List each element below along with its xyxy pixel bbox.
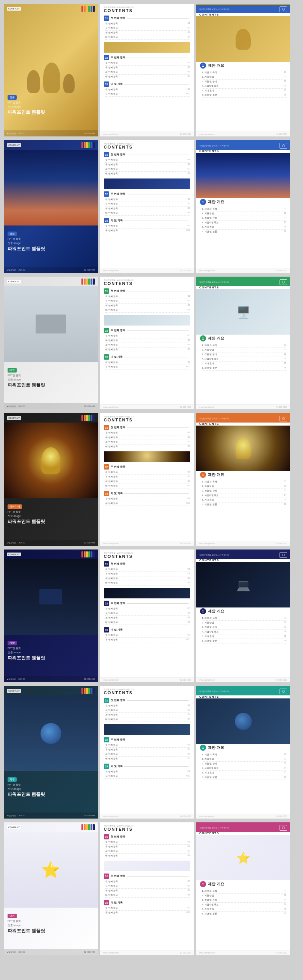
- footer-info: ● 발표자료 2024.01: [7, 815, 25, 817]
- proposal-item-name: 4. 사업자별 목표: [202, 494, 219, 497]
- proposal-image-inner: 🖥️: [196, 289, 290, 335]
- contents-item: 두 번째 항목 010: [105, 911, 190, 915]
- proposal-item-page: 01: [284, 207, 286, 211]
- item-name: 네 번째 항목: [105, 757, 118, 760]
- proposal-header-text: 작성된 항목을 살펴보시기 바랍니다: [199, 554, 229, 556]
- item-name: 첫 번째 항목: [105, 431, 118, 435]
- footer-website: www.example.com: [199, 542, 215, 544]
- proposal-header: 작성된 항목을 살펴보시기 바랍니다: [196, 550, 290, 559]
- footer-info: ● 발표자료 2024.01: [7, 541, 25, 544]
- section-title-2: 두 번째 항목: [111, 329, 125, 332]
- proposal-item-page: 03: [284, 899, 286, 902]
- contents-body: 01 첫 번째 항목 첫 번째 항목 01 두 번째 항목 02 세: [100, 833, 194, 927]
- footer-phone: 02-000-0000: [276, 133, 287, 135]
- proposal-item-name: 6. 제언 및 결론: [202, 230, 217, 234]
- item-page: 01: [187, 295, 190, 298]
- proposal-item-name: 5. 기대 효과: [202, 498, 214, 502]
- cover-header: COMPANY: [4, 140, 98, 150]
- contents-section-1: 01 첫 번째 항목 첫 번째 항목 01 두 번째 항목 02 세: [104, 16, 190, 40]
- item-name: 세 번째 항목: [105, 441, 118, 444]
- item-page: 01: [187, 568, 190, 571]
- proposal-item-page: 03: [284, 353, 286, 356]
- proposal-item-page: 04: [284, 221, 286, 224]
- item-page: 08: [187, 348, 190, 351]
- tab-yellow: [86, 688, 88, 694]
- contents-item: 네 번째 항목 04: [105, 444, 190, 449]
- proposal-item: 4. 사업자별 목표 04: [202, 493, 286, 498]
- section-line-3: [124, 903, 189, 903]
- contents-section-3: 03 가 및 기록 첫 번째 항목 09 두 번째 항목 010: [104, 491, 190, 506]
- contents-section-image: [104, 315, 190, 326]
- contents-item: 세 번째 항목 07: [105, 752, 190, 757]
- contents-body: 01 첫 번째 항목 첫 번째 항목 01 두 번째 항목 02 세: [100, 150, 194, 245]
- proposal-section-header: 1 제안 개요: [200, 881, 286, 887]
- section-line-2: [127, 603, 189, 604]
- contents-item: 두 번째 항목 06: [105, 339, 190, 343]
- proposal-contents-label-area: CONTENTS: [196, 559, 290, 562]
- tab-navy: [93, 688, 95, 694]
- proposal-image-inner: [196, 698, 290, 744]
- item-page: 010: [186, 365, 190, 369]
- tab-yellow: [86, 551, 88, 557]
- proposal-item-page: 02: [284, 894, 286, 897]
- item-page: 03: [187, 850, 190, 853]
- cover-card-hacker: COMPANY 개발 PPT템플릿 신중.image 파워포인트 템플릿 ● 발…: [4, 549, 98, 682]
- item-page: 03: [187, 304, 190, 307]
- item-page: 04: [187, 854, 190, 858]
- contents-item: 두 번째 항목 02: [105, 436, 190, 440]
- tab-green: [88, 278, 90, 285]
- cover-footer: ● 발표자료 2024.01 02-000-0000: [4, 813, 98, 819]
- section-num-1: 01: [104, 16, 109, 21]
- cover-title-kr: 파워포인트 템플릿: [8, 246, 94, 252]
- footer-date: 2024.01: [18, 541, 25, 544]
- item-name: 두 번째 항목: [105, 27, 118, 30]
- footer-info: ● 발표자료 2024.01: [7, 132, 25, 135]
- section-items-1: 첫 번째 항목 01 두 번째 항목 02 세 번째 항목 03 네 번째 항목…: [105, 567, 190, 585]
- cover-content: 성실 PPT템플릿 신중.image 파워포인트 템플릿: [8, 229, 94, 252]
- cover-footer: ● 발표자료 2024.01 02-000-0000: [4, 267, 98, 273]
- proposal-header-text: 작성된 항목을 살펴보시기 바랍니다: [199, 8, 229, 10]
- tab-green: [88, 824, 90, 830]
- item-page: 05: [187, 334, 190, 338]
- item-page: 02: [187, 845, 190, 848]
- tab-navy: [93, 415, 95, 421]
- proposal-section-kr: 제안 개요: [208, 63, 224, 68]
- cover-card-globe: COMPANY 지구 PPT템플릿 신중.image 파워포인트 템플릿 ● 발…: [4, 686, 98, 819]
- contents-section-1: 01 첫 번째 항목 첫 번째 항목 01 두 번째 항목 02 세: [104, 288, 190, 313]
- footer-phone: 02-000-0000: [180, 679, 191, 681]
- footer-website: www.example.com: [199, 815, 215, 818]
- proposal-card-office: 작성된 항목을 살펴보시기 바랍니다 CONTENTS 🖥️ 1 제: [196, 277, 290, 409]
- item-name: 첫 번째 항목: [105, 607, 118, 611]
- contents-section-image: [104, 588, 190, 598]
- section-items-2: 첫 번째 항목 05 두 번째 항목 06 세 번째 항목 07 네 번째 항목…: [105, 61, 190, 79]
- item-name: 두 번째 항목: [105, 339, 118, 342]
- color-tabs: [81, 824, 95, 830]
- contents-body: 01 첫 번째 항목 첫 번째 항목 01 두 번째 항목 02 세: [100, 287, 194, 381]
- proposal-image-area: [196, 698, 290, 744]
- proposal-item-page: 01: [284, 617, 286, 620]
- proposal-contents-label: CONTENTS: [199, 695, 219, 698]
- proposal-num-badge: 1: [200, 881, 206, 887]
- proposal-item-page: 03: [284, 216, 286, 220]
- proposal-item: 2. 지원 방법 02: [202, 75, 286, 80]
- contents-item: 네 번째 항목 08: [105, 620, 190, 625]
- proposal-item-name: 4. 사업자별 목표: [202, 630, 219, 634]
- contents-item: 첫 번째 항목 01: [105, 294, 190, 299]
- proposal-section-kr: 제안 개요: [208, 336, 224, 341]
- proposal-header: 작성된 항목을 살펴보시기 바랍니다: [196, 687, 290, 695]
- proposal-item-name: 1. 제안 의 목적: [202, 617, 217, 620]
- section-header-3: 03 가 및 기록: [104, 764, 190, 769]
- section-title-3: 가 및 기록: [111, 628, 123, 632]
- contents-item: 첫 번째 항목 09: [105, 360, 190, 365]
- item-page: 010: [186, 229, 190, 232]
- contents-section-2: 02 두 번째 항목 첫 번째 항목 05 두 번째 항목 06 세: [104, 464, 190, 488]
- cover-header: COMPANY: [4, 686, 98, 696]
- proposal-item-page: 02: [284, 485, 286, 488]
- contents-item: 첫 번째 항목 01: [105, 22, 190, 26]
- contents-section-img-area: [104, 724, 190, 735]
- proposal-section-header: 1 제안 개요: [200, 199, 286, 205]
- contents-title: CONTENTS: [104, 554, 190, 558]
- contents-item: 두 번째 항목 06: [105, 65, 190, 70]
- proposal-item-page: 04: [284, 84, 286, 88]
- contents-item: 첫 번째 항목 01: [105, 840, 190, 845]
